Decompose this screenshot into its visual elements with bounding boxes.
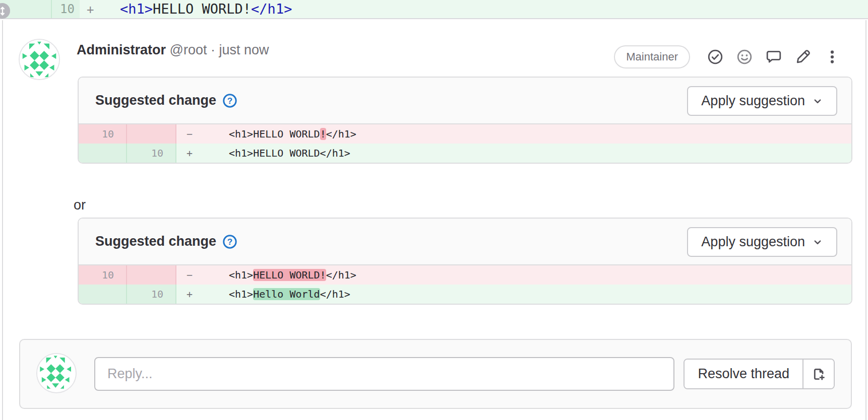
approve-check-icon [707,49,723,65]
removed-code-text: <h1>HELLO WORLD!</h1> [229,269,356,281]
svg-text:?: ? [227,96,233,106]
more-actions-button[interactable] [824,49,840,65]
file-diff-line-added: 10 +<h1>HELLO WORLD!</h1> [0,0,868,19]
approve-check-button[interactable] [707,49,723,65]
discussion-thread-card: Administrator @root · just now Maintaine… [2,20,866,420]
help-question-icon[interactable]: ? [222,234,237,249]
apply-suggestion-button[interactable]: Apply suggestion [687,227,837,257]
apply-suggestion-label: Apply suggestion [701,93,805,109]
note-controls: Maintainer [614,45,840,68]
suggested-change-card-2: Suggested change ? Apply suggestion 10 [78,218,852,305]
removed-marker: − [187,265,197,285]
identicon-image [20,40,59,79]
add-reaction-button[interactable] [736,49,753,65]
old-line-number [79,144,127,163]
added-marker: + [187,285,197,304]
more-actions-kebab-icon [824,49,840,65]
comment-icon [766,49,782,65]
new-line-number-cell[interactable]: 10 [52,0,80,18]
meta-separator: · [211,42,215,57]
suggestion-title: Suggested change [95,93,216,108]
role-badge: Maintainer [614,45,690,68]
reply-input[interactable] [94,357,674,391]
new-line-number: 10 [127,285,176,304]
old-line-number: 10 [79,124,127,144]
added-marker: + [87,1,99,19]
removed-marker: − [187,124,197,144]
old-line-number: 10 [79,265,127,285]
html-close-tag: </h1> [251,1,292,17]
author-name: Administrator [77,42,166,57]
removed-highlight: HELLO WORLD! [253,269,326,281]
author-username: @root [170,42,207,57]
suggestion-header: Suggested change ? Apply suggestion [79,78,851,124]
help-question-icon[interactable]: ? [222,93,237,108]
html-open-tag: <h1> [120,1,153,17]
chevron-down-icon [812,96,823,107]
code-text: <h1>HELLO WORLD!</h1> [120,1,292,17]
apply-suggestion-button[interactable]: Apply suggestion [687,86,837,116]
new-issue-icon [811,367,826,382]
added-highlight: Hello World [253,288,320,300]
resolve-thread-button-group: Resolve thread [684,359,835,389]
add-reaction-icon [736,49,753,65]
suggested-change-card-1: Suggested change ? Apply suggestion 10 [78,77,852,164]
code-inner-text: HELLO WORLD! [153,1,251,17]
added-code-cell: +<h1>Hello World</h1> [176,285,851,304]
new-line-number: 10 [127,144,176,163]
suggestion-header: Suggested change ? Apply suggestion [79,219,851,265]
suggestion-removed-row: 10 −<h1>HELLO WORLD!</h1> [79,265,851,285]
removed-code-text: <h1>HELLO WORLD!</h1> [229,128,356,140]
added-code-text: <h1>Hello World</h1> [229,288,350,300]
avatar [36,353,77,393]
merge-request-diff-discussion: 10 +<h1>HELLO WORLD!</h1> [0,0,868,420]
resolve-thread-button[interactable]: Resolve thread [685,360,802,388]
suggestion-added-row: 10 +<h1>Hello World</h1> [79,285,851,304]
or-separator-text: or [74,197,86,213]
removed-code-cell: −<h1>HELLO WORLD!</h1> [176,124,851,144]
apply-suggestion-label: Apply suggestion [701,234,805,250]
svg-text:?: ? [227,237,233,247]
removed-highlight: ! [320,128,326,140]
identicon-image [37,354,76,392]
removed-code-cell: −<h1>HELLO WORLD!</h1> [176,265,851,285]
resolve-with-issue-button[interactable] [802,360,834,388]
avatar [19,39,60,80]
timestamp: just now [219,42,269,57]
edit-button[interactable] [795,49,811,65]
new-line-number [127,124,176,144]
added-marker: + [187,144,197,163]
suggestion-added-row: 10 +<h1>HELLO WORLD</h1> [79,144,851,163]
added-code-text: <h1>HELLO WORLD</h1> [229,147,350,159]
up-down-arrows-icon [0,6,8,17]
new-line-number [127,265,176,285]
suggestion-title: Suggested change [95,234,216,249]
old-line-number [79,285,127,304]
comment-button[interactable] [766,49,782,65]
added-code-cell: +<h1>HELLO WORLD</h1> [176,144,851,163]
note-meta: Administrator @root · just now [77,42,269,58]
edit-pencil-icon [795,49,811,65]
chevron-down-icon [812,237,823,248]
suggestion-removed-row: 10 −<h1>HELLO WORLD!</h1> [79,124,851,144]
diff-code-cell: +<h1>HELLO WORLD!</h1> [80,0,868,18]
reply-bar: Resolve thread [19,339,852,409]
